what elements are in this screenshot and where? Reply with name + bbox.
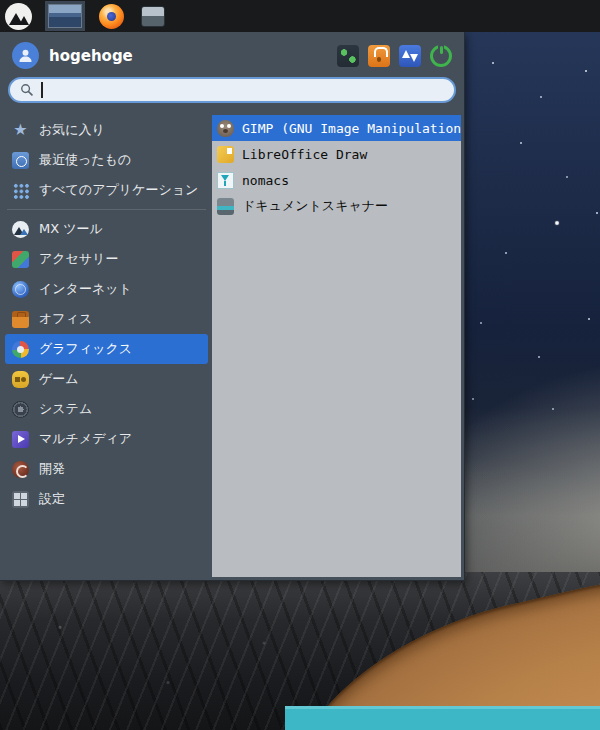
app-label: LibreOffice Draw bbox=[242, 147, 367, 162]
category-item-all-applications[interactable]: すべてのアプリケーション bbox=[5, 175, 208, 205]
multimedia-icon bbox=[12, 431, 29, 448]
power-icon bbox=[430, 45, 452, 67]
category-item-mx-tools[interactable]: MX ツール bbox=[5, 214, 208, 244]
category-label: アクセサリー bbox=[39, 250, 119, 268]
app-item-nomacs[interactable]: nomacs bbox=[212, 167, 461, 193]
menu-body: お気に入り最近使ったものすべてのアプリケーションMX ツールアクセサリーインター… bbox=[0, 111, 464, 580]
lock-screen-button[interactable] bbox=[368, 45, 390, 67]
category-item-office[interactable]: オフィス bbox=[5, 304, 208, 334]
app-list: GIMP (GNU Image Manipulation …LibreOffic… bbox=[212, 115, 461, 577]
category-item-favorites[interactable]: お気に入り bbox=[5, 115, 208, 145]
category-label: インターネット bbox=[39, 280, 132, 298]
app-item-document-scanner[interactable]: ドキュメントスキャナー bbox=[212, 193, 461, 219]
category-item-internet[interactable]: インターネット bbox=[5, 274, 208, 304]
search-icon bbox=[20, 83, 34, 97]
window-icon bbox=[48, 4, 82, 28]
libreoffice-draw-icon bbox=[217, 146, 234, 163]
mx-logo-icon bbox=[5, 3, 32, 30]
app-label: GIMP (GNU Image Manipulation … bbox=[242, 121, 461, 136]
session-actions bbox=[337, 45, 452, 67]
category-label: 最近使ったもの bbox=[39, 151, 131, 169]
user-avatar[interactable] bbox=[12, 42, 39, 69]
active-window-button[interactable] bbox=[45, 1, 85, 31]
app-label: ドキュメントスキャナー bbox=[242, 197, 388, 215]
category-item-development[interactable]: 開発 bbox=[5, 454, 208, 484]
nomacs-icon bbox=[217, 172, 234, 189]
session-logout-button[interactable] bbox=[430, 45, 452, 67]
switch-user-button[interactable] bbox=[399, 45, 421, 67]
category-item-settings[interactable]: 設定 bbox=[5, 484, 208, 514]
category-item-graphics[interactable]: グラフィックス bbox=[5, 334, 208, 364]
category-label: すべてのアプリケーション bbox=[39, 181, 198, 199]
star-icon bbox=[12, 122, 29, 139]
category-label: オフィス bbox=[39, 310, 92, 328]
category-label: 開発 bbox=[39, 460, 65, 478]
internet-icon bbox=[12, 281, 29, 298]
switch-user-icon bbox=[399, 45, 421, 67]
tools-icon bbox=[337, 45, 359, 67]
mx-tools-icon bbox=[12, 221, 29, 238]
app-item-libreoffice-draw[interactable]: LibreOffice Draw bbox=[212, 141, 461, 167]
category-list: お気に入り最近使ったものすべてのアプリケーションMX ツールアクセサリーインター… bbox=[5, 115, 208, 577]
games-icon bbox=[12, 371, 29, 388]
category-item-system[interactable]: システム bbox=[5, 394, 208, 424]
category-item-games[interactable]: ゲーム bbox=[5, 364, 208, 394]
category-item-multimedia[interactable]: マルチメディア bbox=[5, 424, 208, 454]
whisker-menu: hogehoge お気に入り最近使ったものすべてのアプリケーションMX ツールア… bbox=[0, 32, 465, 581]
app-item-gimp[interactable]: GIMP (GNU Image Manipulation … bbox=[212, 115, 461, 141]
category-label: システム bbox=[39, 400, 92, 418]
search-box[interactable] bbox=[8, 77, 456, 103]
category-label: 設定 bbox=[39, 490, 65, 508]
gimp-icon bbox=[217, 120, 234, 137]
search-input[interactable] bbox=[50, 83, 444, 98]
system-icon bbox=[12, 401, 29, 418]
taskbar bbox=[0, 0, 600, 32]
firefox-icon bbox=[99, 4, 124, 29]
lock-icon bbox=[368, 45, 390, 67]
all-settings-button[interactable] bbox=[337, 45, 359, 67]
username: hogehoge bbox=[49, 47, 133, 65]
category-item-recently-used[interactable]: 最近使ったもの bbox=[5, 145, 208, 175]
graphics-icon bbox=[12, 341, 29, 358]
search-row bbox=[0, 75, 464, 111]
recent-icon bbox=[12, 152, 29, 169]
development-icon bbox=[12, 461, 29, 478]
settings-icon bbox=[12, 491, 29, 508]
category-label: グラフィックス bbox=[39, 340, 132, 358]
all-apps-icon bbox=[12, 182, 29, 199]
teal-window-edge[interactable] bbox=[285, 706, 600, 730]
mx-menu-button[interactable] bbox=[2, 1, 35, 31]
office-icon bbox=[12, 311, 29, 328]
text-cursor bbox=[41, 82, 43, 98]
category-label: マルチメディア bbox=[39, 430, 132, 448]
category-item-accessories[interactable]: アクセサリー bbox=[5, 244, 208, 274]
app-label: nomacs bbox=[242, 173, 289, 188]
firefox-button[interactable] bbox=[95, 1, 127, 31]
category-separator bbox=[7, 209, 206, 210]
magnifier-glyph bbox=[20, 83, 34, 97]
accessories-icon bbox=[12, 251, 29, 268]
category-label: ゲーム bbox=[39, 370, 79, 388]
person-icon bbox=[17, 47, 34, 64]
menu-header: hogehoge bbox=[0, 32, 464, 75]
category-label: お気に入り bbox=[39, 121, 105, 139]
taskbar-items bbox=[2, 1, 169, 31]
file-manager-button[interactable] bbox=[137, 1, 169, 31]
scanner-icon bbox=[217, 198, 234, 215]
files-icon bbox=[141, 6, 165, 27]
category-label: MX ツール bbox=[39, 220, 103, 238]
